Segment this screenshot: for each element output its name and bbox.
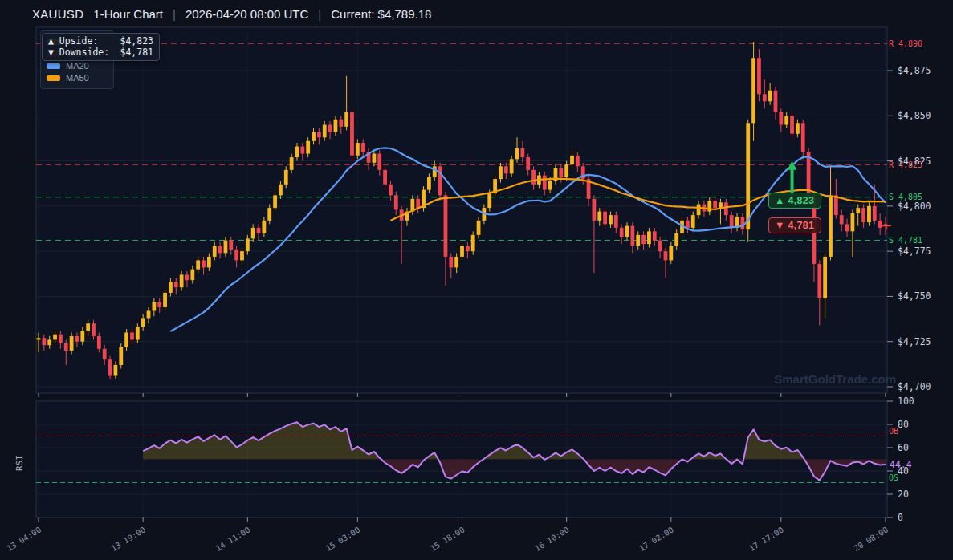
downside-value: $4,781 (120, 47, 153, 59)
svg-text:S 4,781: S 4,781 (889, 236, 922, 245)
rsi-axis-label: RSI (14, 455, 25, 471)
svg-text:80: 80 (898, 419, 909, 430)
upside-target-badge: ▲ 4,823 (768, 193, 821, 209)
main-chart-surface[interactable] (36, 27, 887, 393)
svg-text:17 17:00: 17 17:00 (747, 525, 785, 553)
upside-value: $4,823 (120, 36, 153, 47)
svg-text:$4,725: $4,725 (898, 336, 931, 347)
svg-text:16 10:00: 16 10:00 (533, 525, 571, 553)
svg-text:$4,775: $4,775 (898, 246, 931, 257)
upside-downside-tooltip: ▲ Upside: $4,823 ▼ Downside: $4,781 (42, 33, 160, 61)
chart-window: XAUUSD 1-Hour Chart | 2026-04-20 08:00 U… (0, 0, 953, 560)
ma20-swatch-icon (47, 63, 60, 69)
svg-text:OS: OS (889, 473, 898, 482)
svg-text:$4,875: $4,875 (898, 65, 931, 76)
svg-text:13 19:00: 13 19:00 (110, 525, 148, 553)
svg-text:14 11:00: 14 11:00 (214, 525, 252, 553)
svg-text:$4,850: $4,850 (898, 110, 931, 121)
ma50-swatch-icon (47, 75, 60, 81)
svg-text:R 4,890: R 4,890 (889, 39, 922, 48)
rsi-chart-surface[interactable] (36, 401, 887, 517)
svg-text:0: 0 (898, 512, 903, 523)
rsi-current-value: 44.4 (890, 459, 912, 470)
svg-text:15 03:00: 15 03:00 (324, 525, 362, 553)
downside-label: ▼ Downside: (48, 47, 109, 59)
svg-text:20: 20 (898, 489, 909, 500)
legend-item-ma50[interactable]: MA50 (47, 72, 108, 83)
svg-text:$4,800: $4,800 (898, 201, 931, 212)
svg-text:13 04:00: 13 04:00 (5, 525, 43, 553)
watermark: SmartGoldTrade.com (763, 372, 896, 386)
downside-target-badge: ▼ 4,781 (768, 217, 821, 233)
svg-text:100: 100 (898, 396, 914, 407)
price-rsi-chart: R 4,890R 4,823S 4,805S 4,781$4,700$4,725… (0, 0, 953, 560)
svg-text:OB: OB (889, 427, 898, 436)
upside-label: ▲ Upside: (48, 36, 98, 47)
legend-item-ma20[interactable]: MA20 (47, 60, 108, 71)
svg-text:20 08:00: 20 08:00 (852, 525, 890, 553)
svg-text:60: 60 (898, 442, 909, 453)
svg-text:15 18:00: 15 18:00 (429, 525, 466, 553)
svg-text:17 02:00: 17 02:00 (637, 525, 675, 553)
svg-text:$4,825: $4,825 (898, 156, 931, 167)
svg-text:$4,700: $4,700 (898, 381, 931, 392)
svg-text:$4,750: $4,750 (898, 290, 931, 302)
